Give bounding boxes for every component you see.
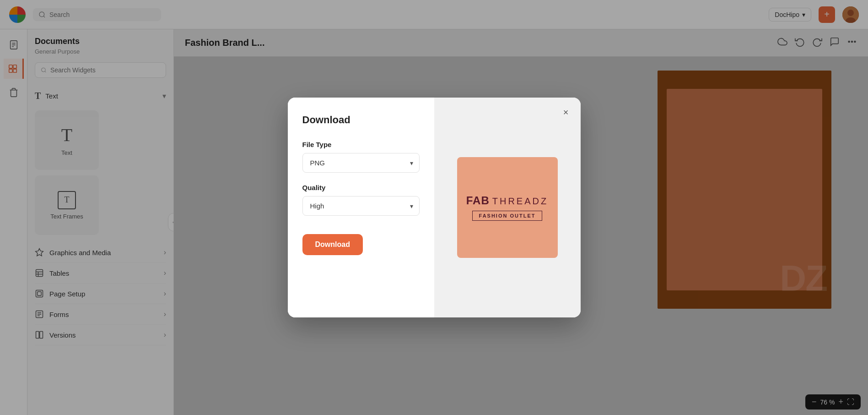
- modal-right-panel: FAB THREADZ FASHION OUTLET: [434, 98, 581, 317]
- file-type-select[interactable]: PNG JPG PDF SVG: [302, 153, 420, 173]
- modal-overlay: × Download File Type PNG JPG PDF SVG ▾: [0, 0, 868, 415]
- file-type-select-wrapper[interactable]: PNG JPG PDF SVG ▾: [302, 153, 420, 173]
- modal-close-button[interactable]: ×: [559, 105, 573, 120]
- download-button[interactable]: Download: [302, 234, 363, 255]
- modal-title: Download: [302, 114, 420, 126]
- preview-threadz: THREADZ: [492, 196, 548, 207]
- download-modal: × Download File Type PNG JPG PDF SVG ▾: [288, 98, 581, 317]
- preview-sub-label: FASHION OUTLET: [472, 211, 543, 221]
- preview-fab: FAB: [466, 194, 490, 207]
- file-type-label: File Type: [302, 141, 420, 148]
- quality-label: Quality: [302, 184, 420, 191]
- quality-select[interactable]: High Medium Low: [302, 196, 420, 216]
- file-type-group: File Type PNG JPG PDF SVG ▾: [302, 141, 420, 173]
- preview-card: FAB THREADZ FASHION OUTLET: [457, 157, 558, 258]
- modal-left-panel: Download File Type PNG JPG PDF SVG ▾ Qua…: [288, 98, 434, 317]
- preview-brand: FAB THREADZ: [466, 194, 548, 207]
- quality-group: Quality High Medium Low ▾: [302, 184, 420, 216]
- quality-select-wrapper[interactable]: High Medium Low ▾: [302, 196, 420, 216]
